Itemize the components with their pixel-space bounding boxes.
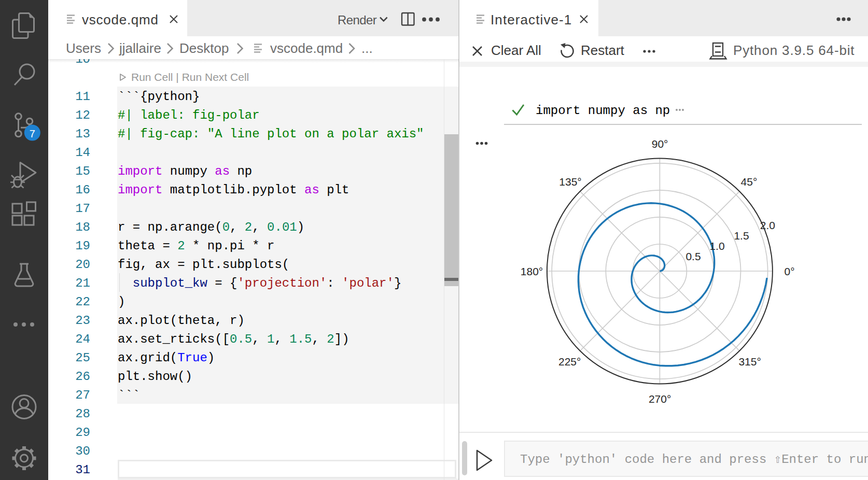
svg-text:7: 7 [30, 128, 35, 139]
svg-text:135°: 135° [559, 176, 581, 188]
svg-text:90°: 90° [652, 138, 668, 150]
svg-text:0.5: 0.5 [685, 250, 701, 262]
svg-text:315°: 315° [738, 356, 761, 368]
svg-text:2.0: 2.0 [760, 219, 775, 231]
svg-text:225°: 225° [558, 356, 581, 368]
svg-text:1.0: 1.0 [709, 240, 724, 252]
svg-text:0°: 0° [784, 265, 794, 277]
svg-text:45°: 45° [741, 176, 758, 188]
svg-text:180°: 180° [521, 265, 543, 277]
svg-text:1.5: 1.5 [734, 230, 749, 242]
svg-text:270°: 270° [649, 393, 671, 405]
